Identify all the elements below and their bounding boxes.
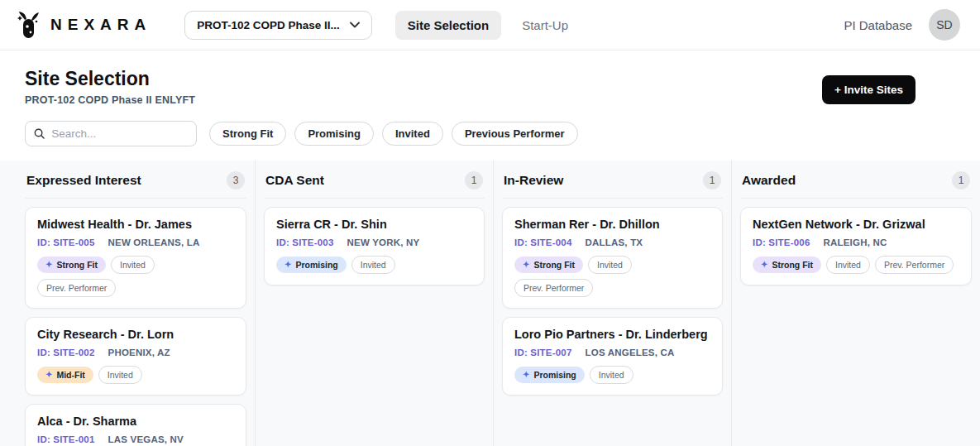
site-card-tags: ✦Strong FitInvitedPrev. Performer [753,256,959,274]
status-tag: Prev. Performer [37,279,116,297]
protocol-subtitle: PROT-102 COPD Phase II ENLYFT [25,94,955,106]
site-location: NEW YORK, NY [347,237,420,247]
status-tag: Invited [111,256,155,274]
column-count-badge: 3 [227,171,245,189]
page-header: Site Selection PROT-102 COPD Phase II EN… [0,50,980,161]
brand: NEXARA [15,9,151,41]
sparkle-icon: ✦ [761,261,767,269]
column-title: In-Review [504,173,563,188]
site-location: LOS ANGELES, CA [586,348,675,357]
status-tag: Invited [98,366,142,384]
fit-badge-label: Strong Fit [772,260,813,270]
fit-badge: ✦Mid-Fit [37,367,93,383]
tab-site-selection[interactable]: Site Selection [395,11,501,40]
site-card-title: City Research - Dr. Lorn [37,328,234,341]
sparkle-icon: ✦ [45,261,52,269]
site-card[interactable]: Midwest Health - Dr. JamesID: SITE-005NE… [25,207,246,309]
site-card-meta: ID: SITE-001LAS VEGAS, NV [37,434,234,444]
site-card-meta: ID: SITE-003NEW YORK, NY [276,237,472,247]
site-card[interactable]: City Research - Dr. LornID: SITE-002PHOE… [25,317,246,396]
top-nav: NEXARA PROT-102 COPD Phase II... Site Se… [0,0,980,50]
search-box[interactable] [25,121,197,146]
status-tag: Invited [351,256,395,274]
board-column: In-Review1Sherman Rer - Dr. DhillonID: S… [494,161,732,446]
avatar[interactable]: SD [929,9,960,41]
column-header: Awarded1 [740,161,972,199]
search-icon [34,127,45,140]
site-id: ID: SITE-003 [276,237,334,247]
board-column: Awarded1NextGen Network - Dr. GrizwalID:… [732,161,980,446]
sparkle-icon: ✦ [523,371,529,379]
board-column: Expressed Interest3Midwest Health - Dr. … [0,161,256,446]
site-card[interactable]: Loro Pio Partners - Dr. LinderbergID: SI… [502,317,723,396]
fit-badge-label: Strong Fit [533,260,575,270]
site-card-title: Sherman Rer - Dr. Dhillon [514,218,710,231]
site-location: NEW ORLEANS, LA [108,237,200,247]
fit-badge: ✦Promising [276,257,347,273]
chevron-down-icon [350,22,360,28]
site-card-tags: ✦Strong FitInvitedPrev. Performer [37,256,234,297]
site-card-meta: ID: SITE-005NEW ORLEANS, LA [37,237,234,247]
page-title: Site Selection [25,68,955,90]
site-id: ID: SITE-007 [514,348,572,357]
column-count-badge: 1 [703,171,721,189]
search-input[interactable] [51,127,188,140]
site-card-title: Midwest Health - Dr. James [37,218,234,231]
nexara-logo-icon [15,9,43,41]
status-tag: Invited [590,366,633,384]
fit-badge-label: Promising [295,260,337,270]
column-title: Awarded [742,173,796,188]
nav-right: PI Database SD [844,9,960,41]
site-id: ID: SITE-002 [37,348,95,357]
fit-badge: ✦Strong Fit [514,257,583,273]
site-id: ID: SITE-005 [37,237,95,247]
filter-chips: Strong Fit Promising Invited Previous Pe… [209,122,578,146]
invite-sites-button[interactable]: + Invite Sites [822,75,915,104]
toolbar: Strong Fit Promising Invited Previous Pe… [25,121,955,161]
fit-badge-label: Strong Fit [56,260,98,270]
site-location: LAS VEGAS, NV [108,434,184,444]
protocol-selector-label: PROT-102 COPD Phase II... [197,19,340,31]
column-header: Expressed Interest3 [25,161,246,199]
column-title: Expressed Interest [26,173,141,188]
site-id: ID: SITE-004 [514,237,572,247]
status-tag: Invited [588,256,632,274]
site-card-tags: ✦Strong FitInvitedPrev. Performer [514,256,710,297]
site-card-meta: ID: SITE-004DALLAS, TX [514,237,710,247]
fit-badge-label: Promising [533,370,576,380]
site-card-title: Alca - Dr. Sharma [37,415,234,428]
brand-name: NEXARA [50,16,151,34]
status-tag: Invited [826,256,870,274]
column-header: In-Review1 [502,161,723,199]
sparkle-icon: ✦ [523,261,529,269]
pi-database-link[interactable]: PI Database [844,18,912,32]
status-tag: Prev. Performer [875,256,954,274]
site-card-title: NextGen Network - Dr. Grizwal [753,218,959,231]
site-card-tags: ✦PromisingInvited [514,366,710,384]
column-header: CDA Sent1 [264,161,485,199]
site-card[interactable]: NextGen Network - Dr. GrizwalID: SITE-00… [740,207,972,285]
filter-promising[interactable]: Promising [294,122,374,146]
site-card-title: Loro Pio Partners - Dr. Linderberg [514,328,710,341]
filter-previous-performer[interactable]: Previous Performer [452,122,578,146]
filter-invited[interactable]: Invited [382,122,443,146]
tab-start-up[interactable]: Start-Up [509,11,581,40]
site-card[interactable]: Alca - Dr. SharmaID: SITE-001LAS VEGAS, … [25,404,246,446]
column-count-badge: 1 [465,171,483,189]
site-card-meta: ID: SITE-007LOS ANGELES, CA [514,348,710,357]
site-card[interactable]: Sierra CR - Dr. ShinID: SITE-003NEW YORK… [264,207,485,285]
nav-tabs: Site Selection Start-Up [395,11,581,40]
site-card[interactable]: Sherman Rer - Dr. DhillonID: SITE-004DAL… [502,207,723,309]
status-tag: Prev. Performer [514,279,593,297]
fit-badge: ✦Promising [514,367,585,383]
protocol-selector[interactable]: PROT-102 COPD Phase II... [184,11,372,40]
site-card-meta: ID: SITE-006RALEIGH, NC [753,237,959,247]
fit-badge: ✦Strong Fit [37,257,106,273]
sparkle-icon: ✦ [284,261,291,269]
site-card-tags: ✦PromisingInvited [276,256,472,274]
site-location: RALEIGH, NC [824,237,887,247]
filter-strong-fit[interactable]: Strong Fit [209,122,286,146]
site-id: ID: SITE-001 [37,434,95,444]
column-count-badge: 1 [952,171,970,189]
board-column: CDA Sent1Sierra CR - Dr. ShinID: SITE-00… [256,161,494,446]
